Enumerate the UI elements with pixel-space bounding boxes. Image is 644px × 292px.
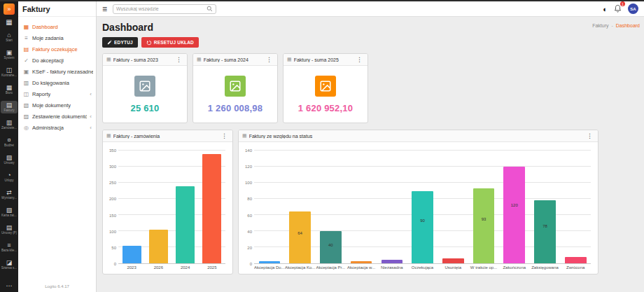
- rail-item-umowy-p[interactable]: ▤Umowy (P): [1, 223, 18, 236]
- rail-item-start[interactable]: ⌂Start: [1, 31, 18, 43]
- theme-toggle-icon[interactable]: ◐: [603, 5, 608, 13]
- rail-item-biuro[interactable]: ▦Biuro: [1, 83, 18, 96]
- main-column: ≡ ◐ 1 SA Faktury - Dashboard Dashboard: [97, 1, 644, 292]
- card-menu-button[interactable]: ⋮: [220, 132, 229, 139]
- card-menu-button[interactable]: ⋮: [355, 56, 364, 63]
- breadcrumb-current[interactable]: Dashboard: [616, 23, 640, 28]
- faktury-oczekujące-icon: ▤: [23, 46, 29, 53]
- rail-item-label: Umowy: [4, 161, 14, 165]
- sidebar-item-dashboard[interactable]: ▦Dashboard: [18, 21, 96, 32]
- y-axis-tick-label: 140: [245, 148, 252, 153]
- sidebar-item-do-księgowania[interactable]: ▥Do księgowania: [18, 77, 96, 88]
- rail-more-icon[interactable]: ⋯: [6, 282, 13, 289]
- bar-2026[interactable]: [149, 230, 168, 263]
- rail-item-urlopy[interactable]: ◔Urlopy: [1, 171, 18, 183]
- y-axis-tick-label: 80: [247, 197, 252, 201]
- search-input[interactable]: [116, 6, 206, 11]
- card-menu-button[interactable]: ⋮: [265, 56, 274, 63]
- logito-logo-icon[interactable]: »: [4, 4, 15, 15]
- sidebar-item-raporty[interactable]: ◫Raporty‹: [18, 88, 96, 99]
- topbar-right: ◐ 1 SA: [603, 4, 638, 14]
- rail-item-umowy[interactable]: ▨Umowy: [1, 153, 18, 166]
- sidebar-item-administracja[interactable]: ◎Administracja‹: [18, 122, 96, 133]
- x-axis-label: Zwrócona: [560, 264, 591, 272]
- x-axis: 2023202620242025: [106, 264, 225, 272]
- bar-2025[interactable]: [202, 154, 221, 263]
- notifications-button[interactable]: 1: [614, 4, 622, 13]
- rail-item-baza-klie[interactable]: ≡Baza klie...: [1, 241, 18, 253]
- do-księgowania-icon: ▥: [23, 80, 29, 86]
- reset-layout-button[interactable]: RESETUJ UKŁAD: [141, 37, 199, 48]
- zestawienie-dokumentów-icon: ▨: [23, 113, 29, 120]
- bar-2023[interactable]: [122, 246, 141, 263]
- card-header: ▦ Faktury ze względu na status ⋮: [239, 130, 598, 142]
- sidebar-item-zestawienie-dokumentów[interactable]: ▨Zestawienie dokumentów‹: [18, 111, 96, 122]
- sidebar-item-do-akceptacji[interactable]: ✓Do akceptacji: [18, 55, 96, 66]
- stat-card-title: Faktury - suma 2023: [113, 57, 172, 62]
- rail-item-wymiany[interactable]: ⇄Wymiany...: [1, 188, 18, 201]
- bar-slot: [145, 151, 172, 263]
- y-axis-tick-label: 120: [245, 165, 252, 169]
- bar-akceptacja-w[interactable]: [351, 261, 372, 263]
- rail-item-szansa-s[interactable]: ◪Szansa s...: [1, 258, 18, 271]
- karta-zat-icon: ▧: [6, 207, 13, 214]
- sidebar-item-ksef-faktury-niezasadne[interactable]: ▣KSeF - faktury niezasadne: [18, 66, 96, 77]
- rail-item-label: Start: [6, 39, 13, 43]
- baza-klie-icon: ≡: [7, 242, 10, 249]
- card-menu-button[interactable]: ⋮: [174, 56, 183, 63]
- avatar[interactable]: SA: [628, 4, 638, 14]
- chart-plot: 0204060801001201406440909312078: [241, 151, 591, 264]
- bar-zakończona[interactable]: 120: [503, 167, 525, 263]
- bar-slot: [199, 151, 225, 263]
- x-axis-label: W trakcie op...: [468, 264, 499, 272]
- y-axis-tick-label: 0: [250, 262, 252, 266]
- bar-zaksięgowana[interactable]: 78: [534, 200, 556, 263]
- x-axis: Akceptacja Do...Akceptacja Ko...Akceptac…: [241, 264, 591, 272]
- bar-akceptacja-pr[interactable]: 40: [320, 231, 342, 263]
- icon-rail: » ▦ ⌂Start▣System◫Kontrahe...▦Biuro▤Fakt…: [0, 1, 18, 292]
- stat-card-suma-2025: ▦ Faktury - suma 2025 ⋮ 1 620 952,10: [283, 53, 368, 123]
- bar-usunięta[interactable]: [442, 258, 464, 263]
- sidebar-item-moje-zadania[interactable]: ≡Moje zadania: [18, 32, 96, 43]
- app-version: Logito 6.4.17: [18, 281, 96, 292]
- notification-badge: 1: [620, 1, 625, 6]
- hamburger-menu-icon[interactable]: ≡: [102, 5, 107, 13]
- bar-w-trakcie-op[interactable]: 93: [473, 188, 495, 263]
- bar-zwrócona[interactable]: [565, 257, 587, 263]
- card-header: ▦ Faktury - zamówienia ⋮: [103, 130, 232, 142]
- card-menu-button[interactable]: ⋮: [585, 132, 594, 139]
- rail-item-system[interactable]: ▣System: [1, 48, 18, 61]
- bar-akceptacja-ko[interactable]: 64: [289, 211, 311, 263]
- rail-item-kontrahe[interactable]: ◫Kontrahe...: [1, 66, 18, 78]
- sidebar-item-label: Moje zadania: [32, 35, 64, 41]
- bar-2024[interactable]: [176, 186, 195, 263]
- rail-item-label: Szansa s...: [1, 266, 17, 270]
- bar-niezasadna[interactable]: [382, 260, 403, 263]
- y-axis: 020406080100120140: [241, 151, 254, 264]
- rail-item-label: Budżet: [4, 144, 14, 148]
- chevron-icon: ‹: [90, 113, 93, 120]
- rail-item-label: Urlopy: [4, 179, 13, 183]
- edit-button-label: EDYTUJ: [114, 40, 133, 45]
- rail-item-label: System: [4, 56, 14, 60]
- y-axis: 050100150200250300350: [106, 151, 118, 264]
- sidebar-item-faktury-oczekujące[interactable]: ▤Faktury oczekujące: [18, 43, 96, 55]
- stat-card-suma-2024: ▦ Faktury - suma 2024 ⋮ 1 260 008,98: [192, 53, 278, 123]
- bar-akceptacja-do[interactable]: [259, 261, 281, 263]
- rail-item-budżet[interactable]: ¤Budżet: [1, 136, 18, 148]
- rail-item-faktury[interactable]: ▤Faktury: [1, 101, 18, 113]
- apps-grid-icon[interactable]: ▦: [6, 18, 12, 26]
- bar-oczekująca[interactable]: 90: [412, 191, 433, 264]
- bar-slot: [438, 151, 468, 263]
- bars-group: [118, 151, 225, 263]
- rail-item-karta-zat[interactable]: ▧Karta zat...: [1, 206, 18, 218]
- rail-item-zamówie[interactable]: ▥Zamówie...: [1, 118, 18, 131]
- stat-card-title: Faktury - suma 2025: [294, 57, 353, 62]
- sidebar-item-moje-dokumenty[interactable]: ▧Moje dokumenty: [18, 99, 96, 111]
- global-search[interactable]: [113, 4, 216, 14]
- breadcrumb-parent[interactable]: Faktury: [592, 23, 608, 28]
- sidebar-item-label: Dashboard: [32, 24, 58, 30]
- x-axis-label: Zaksięgowana: [530, 264, 561, 272]
- edit-button[interactable]: EDYTUJ: [102, 37, 138, 48]
- ksef-faktury-niezasadne-icon: ▣: [23, 69, 29, 75]
